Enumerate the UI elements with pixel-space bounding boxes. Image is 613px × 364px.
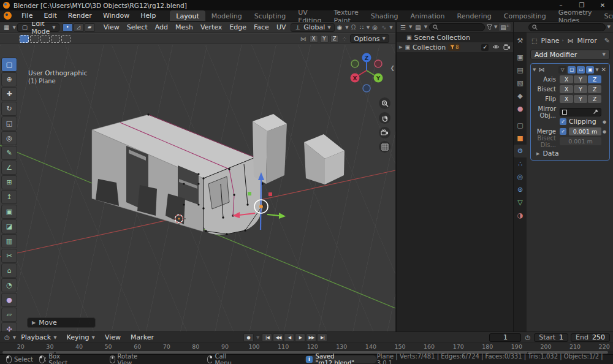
hide-eye-icon[interactable] bbox=[492, 44, 500, 51]
play-button[interactable]: ▶ bbox=[295, 333, 305, 342]
tool-spin[interactable]: ◔ bbox=[1, 278, 17, 292]
tool-bevel[interactable]: ◪ bbox=[1, 219, 17, 233]
timeline-editor-type-button[interactable]: ◷▼ bbox=[3, 334, 16, 341]
auto-keying-chevron[interactable]: ▼ bbox=[256, 335, 259, 340]
show-in-editmode-toggle[interactable]: ▢ bbox=[568, 66, 576, 74]
flip-y-button[interactable]: Y bbox=[574, 95, 587, 103]
blender-menu-icon[interactable] bbox=[4, 12, 12, 20]
breadcrumb-modifier[interactable]: Mirror bbox=[577, 37, 596, 45]
next-keyframe-button[interactable]: ▶▶ bbox=[306, 333, 316, 342]
extras-chevron-icon[interactable]: ▼ bbox=[595, 67, 598, 72]
checkbox-icon[interactable]: ✓ bbox=[481, 44, 489, 51]
outliner-filter-button[interactable]: ▼ bbox=[487, 25, 497, 30]
clipping-checkbox[interactable]: ✓ bbox=[560, 118, 566, 125]
editor-type-button[interactable]: ▦▼ bbox=[2, 24, 16, 31]
tab-object[interactable]: ■ bbox=[514, 132, 527, 145]
menu-vertex[interactable]: Vertex bbox=[197, 23, 226, 31]
previous-keyframe-button[interactable]: ◀◀ bbox=[273, 333, 283, 342]
pivot-point-dropdown[interactable]: ◉▼ bbox=[336, 24, 349, 31]
tab-view-layer[interactable]: ▧ bbox=[514, 77, 527, 89]
tab-layout[interactable]: Layout bbox=[170, 10, 205, 21]
jump-to-end-button[interactable]: ▶| bbox=[317, 333, 327, 342]
tab-collection[interactable]: ▢ bbox=[514, 119, 527, 132]
mirror-object-field[interactable] bbox=[560, 108, 601, 116]
camera-view-button[interactable] bbox=[379, 127, 390, 138]
face-select-button[interactable]: ▰ bbox=[85, 23, 95, 32]
merge-checkbox[interactable]: ✓ bbox=[560, 128, 566, 135]
menu-edge[interactable]: Edge bbox=[226, 23, 250, 31]
tool-inset-faces[interactable]: ▣ bbox=[1, 205, 17, 219]
axis-x-button[interactable]: X bbox=[560, 75, 573, 83]
edge-select-button[interactable]: ◿ bbox=[74, 23, 84, 32]
outliner-row-scene-collection[interactable]: ▣ Scene Collection bbox=[397, 32, 513, 42]
navigation-gizmo[interactable]: Z X Y bbox=[346, 52, 387, 93]
tab-object-data[interactable]: ▽ bbox=[514, 196, 527, 209]
tab-tool[interactable]: ⚒ bbox=[514, 34, 527, 47]
tool-rotate[interactable]: ↻ bbox=[1, 102, 17, 116]
show-realtime-toggle[interactable]: ▭ bbox=[577, 66, 585, 74]
tool-edge-slide[interactable]: ▱ bbox=[1, 308, 17, 322]
tab-rendering[interactable]: Rendering bbox=[451, 10, 498, 21]
tool-loop-cut[interactable]: ▥ bbox=[1, 234, 17, 248]
tab-sculpting[interactable]: Sculpting bbox=[248, 10, 292, 21]
collapse-chevron-icon[interactable]: ▼ bbox=[533, 67, 536, 72]
frame-start-field[interactable]: Start1 bbox=[534, 333, 568, 342]
menu-playback[interactable]: Playback▼ bbox=[16, 333, 61, 341]
outliner-row-collection[interactable]: ▶ ▣ Collection 8 ✓ bbox=[397, 42, 513, 52]
frame-end-field[interactable]: End250 bbox=[571, 333, 610, 342]
vertex-select-button[interactable]: • bbox=[63, 23, 73, 32]
current-frame-field[interactable]: 1 bbox=[489, 333, 521, 342]
bisect-y-button[interactable]: Y bbox=[574, 85, 587, 93]
mode-dropdown[interactable]: ▢Edit Mode▼ bbox=[17, 23, 59, 32]
sidebar-toggle-arrow[interactable]: ❮ bbox=[390, 65, 395, 71]
mirror-z-button[interactable]: Z bbox=[330, 35, 339, 43]
pan-hand-button[interactable] bbox=[379, 112, 390, 124]
tool-move[interactable]: ✚ bbox=[1, 87, 17, 101]
expand-arrow-icon[interactable]: ▶ bbox=[399, 45, 402, 50]
tool-transform[interactable]: ◎ bbox=[1, 131, 17, 145]
axis-y-button[interactable]: Y bbox=[574, 75, 587, 83]
mirror-x-button[interactable]: X bbox=[310, 35, 318, 43]
tab-world[interactable]: ● bbox=[514, 102, 527, 115]
zoom-button[interactable] bbox=[379, 97, 390, 109]
tool-extrude-region[interactable]: ↥ bbox=[1, 190, 17, 204]
block-mesh-tall[interactable] bbox=[253, 114, 287, 184]
flip-x-button[interactable]: X bbox=[560, 95, 573, 103]
nav-x-negative[interactable] bbox=[375, 60, 382, 67]
select-intersect-button[interactable] bbox=[61, 35, 70, 43]
select-new-button[interactable] bbox=[20, 35, 29, 43]
menu-window[interactable]: Window bbox=[97, 12, 135, 20]
properties-search-input[interactable] bbox=[528, 23, 606, 31]
tool-scale[interactable]: ◱ bbox=[1, 116, 17, 131]
close-button[interactable]: ✕ bbox=[592, 0, 613, 10]
tool-measure[interactable]: ∠ bbox=[1, 161, 17, 175]
nav-z-negative[interactable] bbox=[363, 85, 370, 92]
tab-modeling[interactable]: Modeling bbox=[205, 10, 248, 21]
orientation-dropdown[interactable]: ⟂Global▼ bbox=[291, 23, 334, 32]
tab-physics[interactable]: ◎ bbox=[514, 170, 527, 183]
auto-keying-button[interactable]: ● bbox=[243, 333, 254, 342]
play-reverse-button[interactable]: ◀ bbox=[284, 333, 294, 342]
proportional-edit-toggle[interactable]: ◎ bbox=[371, 24, 379, 31]
menu-render[interactable]: Render bbox=[63, 12, 97, 20]
proportional-falloff-dropdown[interactable]: ∿▼ bbox=[380, 24, 393, 31]
tab-uv-editing[interactable]: UV Editing bbox=[292, 10, 327, 21]
eyedropper-icon[interactable] bbox=[593, 108, 599, 116]
select-difference-button[interactable] bbox=[51, 35, 60, 43]
breadcrumb-object[interactable]: Plane bbox=[541, 37, 559, 45]
tab-texture-paint[interactable]: Texture Paint bbox=[328, 10, 365, 21]
menu-uv[interactable]: UV bbox=[273, 23, 290, 31]
menu-help[interactable]: Help bbox=[135, 12, 161, 20]
outliner-editor-type-button[interactable]: ☰▼ bbox=[399, 24, 412, 31]
mirror-y-button[interactable]: Y bbox=[320, 35, 329, 43]
bisect-z-button[interactable]: Z bbox=[588, 85, 601, 93]
snap-toggle[interactable]: Ω bbox=[350, 24, 357, 31]
snap-with-dropdown[interactable]: ∷▼ bbox=[358, 24, 370, 31]
tab-particles[interactable]: ∴ bbox=[514, 157, 527, 170]
axis-z-button[interactable]: Z bbox=[588, 75, 601, 83]
disable-render-camera-icon[interactable] bbox=[503, 44, 511, 51]
menu-select[interactable]: Select bbox=[123, 23, 151, 31]
tool-poly-build[interactable]: ⌂ bbox=[1, 264, 17, 278]
tab-geometry-nodes[interactable]: Geometry Nodes bbox=[552, 10, 598, 21]
tab-constraints[interactable]: ⊛ bbox=[514, 183, 527, 196]
